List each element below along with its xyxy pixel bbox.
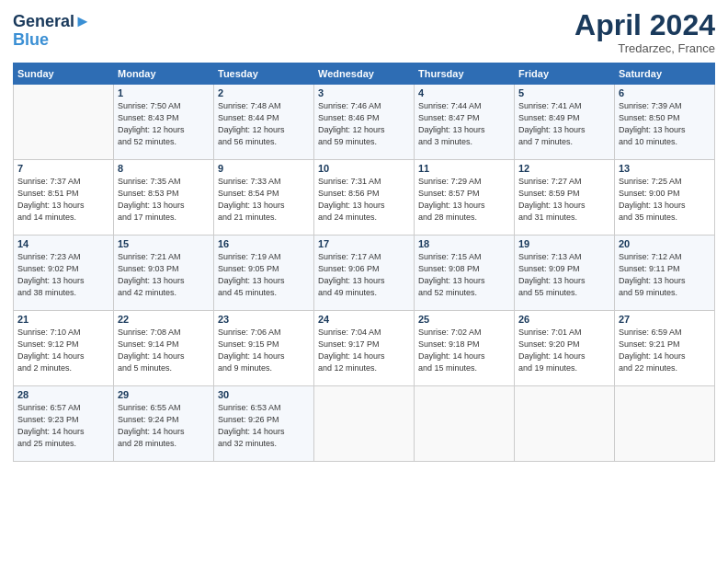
day-number: 12 bbox=[518, 163, 610, 174]
day-cell: 7Sunrise: 7:37 AM Sunset: 8:51 PM Daylig… bbox=[14, 160, 114, 236]
day-cell bbox=[415, 386, 515, 462]
day-number: 27 bbox=[619, 314, 711, 325]
col-header-monday: Monday bbox=[114, 63, 214, 85]
day-number: 8 bbox=[118, 163, 210, 174]
day-cell bbox=[515, 386, 615, 462]
day-number: 25 bbox=[418, 314, 510, 325]
day-cell: 23Sunrise: 7:06 AM Sunset: 9:15 PM Dayli… bbox=[214, 311, 314, 386]
day-info: Sunrise: 6:53 AM Sunset: 9:26 PM Dayligh… bbox=[218, 402, 310, 450]
day-cell: 25Sunrise: 7:02 AM Sunset: 9:18 PM Dayli… bbox=[415, 311, 515, 386]
day-info: Sunrise: 7:41 AM Sunset: 8:49 PM Dayligh… bbox=[518, 100, 610, 148]
day-number: 21 bbox=[17, 314, 109, 325]
day-number: 15 bbox=[118, 238, 210, 249]
col-header-friday: Friday bbox=[515, 63, 615, 85]
day-number: 11 bbox=[418, 163, 510, 174]
title-area: April 2024 Tredarzec, France bbox=[574, 9, 715, 55]
day-info: Sunrise: 7:31 AM Sunset: 8:56 PM Dayligh… bbox=[318, 176, 410, 224]
day-cell: 18Sunrise: 7:15 AM Sunset: 9:08 PM Dayli… bbox=[415, 236, 515, 311]
day-number: 29 bbox=[118, 389, 210, 400]
day-number: 6 bbox=[619, 87, 711, 98]
day-info: Sunrise: 7:04 AM Sunset: 9:17 PM Dayligh… bbox=[318, 327, 410, 374]
location-subtitle: Tredarzec, France bbox=[574, 41, 715, 55]
logo: General► Blue bbox=[13, 13, 91, 50]
day-number: 20 bbox=[619, 238, 711, 249]
col-header-sunday: Sunday bbox=[14, 63, 114, 85]
day-cell: 1Sunrise: 7:50 AM Sunset: 8:43 PM Daylig… bbox=[114, 85, 214, 160]
day-info: Sunrise: 7:23 AM Sunset: 9:02 PM Dayligh… bbox=[17, 251, 109, 299]
day-info: Sunrise: 7:35 AM Sunset: 8:53 PM Dayligh… bbox=[118, 176, 210, 224]
day-cell bbox=[14, 85, 114, 160]
day-info: Sunrise: 7:48 AM Sunset: 8:44 PM Dayligh… bbox=[218, 100, 310, 148]
week-row-1: 1Sunrise: 7:50 AM Sunset: 8:43 PM Daylig… bbox=[14, 85, 715, 160]
day-cell: 22Sunrise: 7:08 AM Sunset: 9:14 PM Dayli… bbox=[114, 311, 214, 386]
day-number: 1 bbox=[118, 87, 210, 98]
day-cell: 6Sunrise: 7:39 AM Sunset: 8:50 PM Daylig… bbox=[615, 85, 715, 160]
day-cell: 8Sunrise: 7:35 AM Sunset: 8:53 PM Daylig… bbox=[114, 160, 214, 236]
col-header-saturday: Saturday bbox=[615, 63, 715, 85]
day-cell: 24Sunrise: 7:04 AM Sunset: 9:17 PM Dayli… bbox=[314, 311, 415, 386]
day-cell: 9Sunrise: 7:33 AM Sunset: 8:54 PM Daylig… bbox=[214, 160, 314, 236]
day-info: Sunrise: 7:02 AM Sunset: 9:18 PM Dayligh… bbox=[418, 327, 510, 374]
day-number: 18 bbox=[418, 238, 510, 249]
day-cell: 29Sunrise: 6:55 AM Sunset: 9:24 PM Dayli… bbox=[114, 386, 214, 462]
day-number: 17 bbox=[318, 238, 410, 249]
day-number: 16 bbox=[218, 238, 310, 249]
col-header-tuesday: Tuesday bbox=[214, 63, 314, 85]
logo-text: General► bbox=[13, 13, 91, 31]
day-info: Sunrise: 7:29 AM Sunset: 8:57 PM Dayligh… bbox=[418, 176, 510, 224]
day-number: 22 bbox=[118, 314, 210, 325]
day-info: Sunrise: 7:25 AM Sunset: 9:00 PM Dayligh… bbox=[619, 176, 711, 224]
day-info: Sunrise: 7:15 AM Sunset: 9:08 PM Dayligh… bbox=[418, 251, 510, 299]
day-cell: 3Sunrise: 7:46 AM Sunset: 8:46 PM Daylig… bbox=[314, 85, 415, 160]
day-cell: 15Sunrise: 7:21 AM Sunset: 9:03 PM Dayli… bbox=[114, 236, 214, 311]
day-cell: 17Sunrise: 7:17 AM Sunset: 9:06 PM Dayli… bbox=[314, 236, 415, 311]
day-info: Sunrise: 6:55 AM Sunset: 9:24 PM Dayligh… bbox=[118, 402, 210, 450]
day-cell: 5Sunrise: 7:41 AM Sunset: 8:49 PM Daylig… bbox=[515, 85, 615, 160]
col-header-thursday: Thursday bbox=[415, 63, 515, 85]
day-cell: 4Sunrise: 7:44 AM Sunset: 8:47 PM Daylig… bbox=[415, 85, 515, 160]
day-cell: 10Sunrise: 7:31 AM Sunset: 8:56 PM Dayli… bbox=[314, 160, 415, 236]
header: General► Blue April 2024 Tredarzec, Fran… bbox=[13, 9, 715, 55]
header-row: SundayMondayTuesdayWednesdayThursdayFrid… bbox=[14, 63, 715, 85]
day-cell: 19Sunrise: 7:13 AM Sunset: 9:09 PM Dayli… bbox=[515, 236, 615, 311]
logo-blue: Blue bbox=[13, 31, 91, 50]
day-info: Sunrise: 7:50 AM Sunset: 8:43 PM Dayligh… bbox=[118, 100, 210, 148]
page-container: General► Blue April 2024 Tredarzec, Fran… bbox=[0, 0, 728, 471]
day-info: Sunrise: 7:12 AM Sunset: 9:11 PM Dayligh… bbox=[619, 251, 711, 299]
week-row-5: 28Sunrise: 6:57 AM Sunset: 9:23 PM Dayli… bbox=[14, 386, 715, 462]
month-title: April 2024 bbox=[574, 9, 715, 41]
day-info: Sunrise: 7:33 AM Sunset: 8:54 PM Dayligh… bbox=[218, 176, 310, 224]
day-cell: 28Sunrise: 6:57 AM Sunset: 9:23 PM Dayli… bbox=[14, 386, 114, 462]
calendar-table: SundayMondayTuesdayWednesdayThursdayFrid… bbox=[13, 63, 715, 462]
day-info: Sunrise: 7:46 AM Sunset: 8:46 PM Dayligh… bbox=[318, 100, 410, 148]
day-info: Sunrise: 7:37 AM Sunset: 8:51 PM Dayligh… bbox=[17, 176, 109, 224]
day-cell: 20Sunrise: 7:12 AM Sunset: 9:11 PM Dayli… bbox=[615, 236, 715, 311]
day-info: Sunrise: 7:21 AM Sunset: 9:03 PM Dayligh… bbox=[118, 251, 210, 299]
day-number: 26 bbox=[518, 314, 610, 325]
day-number: 4 bbox=[418, 87, 510, 98]
day-number: 3 bbox=[318, 87, 410, 98]
day-cell bbox=[314, 386, 415, 462]
week-row-3: 14Sunrise: 7:23 AM Sunset: 9:02 PM Dayli… bbox=[14, 236, 715, 311]
day-info: Sunrise: 7:39 AM Sunset: 8:50 PM Dayligh… bbox=[619, 100, 711, 148]
day-number: 28 bbox=[17, 389, 109, 400]
day-cell: 16Sunrise: 7:19 AM Sunset: 9:05 PM Dayli… bbox=[214, 236, 314, 311]
day-info: Sunrise: 6:57 AM Sunset: 9:23 PM Dayligh… bbox=[17, 402, 109, 450]
day-cell: 27Sunrise: 6:59 AM Sunset: 9:21 PM Dayli… bbox=[615, 311, 715, 386]
col-header-wednesday: Wednesday bbox=[314, 63, 415, 85]
day-number: 5 bbox=[518, 87, 610, 98]
day-cell: 21Sunrise: 7:10 AM Sunset: 9:12 PM Dayli… bbox=[14, 311, 114, 386]
day-cell: 26Sunrise: 7:01 AM Sunset: 9:20 PM Dayli… bbox=[515, 311, 615, 386]
day-info: Sunrise: 7:06 AM Sunset: 9:15 PM Dayligh… bbox=[218, 327, 310, 374]
day-number: 9 bbox=[218, 163, 310, 174]
day-info: Sunrise: 7:01 AM Sunset: 9:20 PM Dayligh… bbox=[518, 327, 610, 374]
day-info: Sunrise: 7:44 AM Sunset: 8:47 PM Dayligh… bbox=[418, 100, 510, 148]
day-cell: 12Sunrise: 7:27 AM Sunset: 8:59 PM Dayli… bbox=[515, 160, 615, 236]
day-number: 19 bbox=[518, 238, 610, 249]
week-row-2: 7Sunrise: 7:37 AM Sunset: 8:51 PM Daylig… bbox=[14, 160, 715, 236]
day-cell: 11Sunrise: 7:29 AM Sunset: 8:57 PM Dayli… bbox=[415, 160, 515, 236]
day-number: 14 bbox=[17, 238, 109, 249]
day-info: Sunrise: 7:08 AM Sunset: 9:14 PM Dayligh… bbox=[118, 327, 210, 374]
day-cell: 13Sunrise: 7:25 AM Sunset: 9:00 PM Dayli… bbox=[615, 160, 715, 236]
day-info: Sunrise: 7:13 AM Sunset: 9:09 PM Dayligh… bbox=[518, 251, 610, 299]
